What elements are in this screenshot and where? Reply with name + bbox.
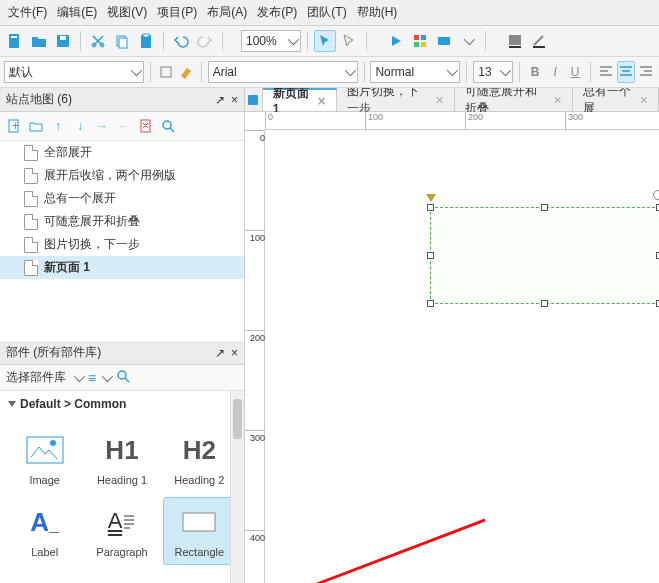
- panel-popout-icon[interactable]: ↗: [215, 346, 225, 360]
- menu-item[interactable]: 布局(A): [203, 2, 251, 23]
- zoom-select[interactable]: 100%: [241, 30, 301, 52]
- undo-icon[interactable]: [170, 30, 192, 52]
- document-tab[interactable]: 总有一个展×: [573, 88, 659, 111]
- widgets-scrollbar[interactable]: [230, 391, 244, 583]
- publish-icon[interactable]: [433, 30, 455, 52]
- menu-item[interactable]: 视图(V): [103, 2, 151, 23]
- sitemap-page-item[interactable]: 全部展开: [0, 141, 244, 164]
- widget-thumb: [175, 504, 223, 540]
- copy-icon[interactable]: [111, 30, 133, 52]
- align-center-icon[interactable]: [617, 61, 635, 83]
- align-left-icon[interactable]: [597, 61, 615, 83]
- line-color-icon[interactable]: [528, 30, 550, 52]
- new-file-icon[interactable]: [4, 30, 26, 52]
- panel-close-icon[interactable]: ×: [231, 346, 238, 360]
- rotate-handle[interactable]: [653, 190, 659, 200]
- widget-rectangle[interactable]: Rectangle: [163, 497, 236, 565]
- tab-close-icon[interactable]: ×: [318, 93, 326, 109]
- indent-icon[interactable]: ←: [114, 116, 134, 136]
- selected-rectangle-shape[interactable]: [430, 207, 659, 304]
- open-folder-icon[interactable]: [28, 30, 50, 52]
- bold-icon[interactable]: B: [526, 61, 544, 83]
- tab-close-icon[interactable]: ×: [640, 92, 648, 108]
- tab-close-icon[interactable]: ×: [436, 92, 444, 108]
- svg-rect-14: [438, 37, 450, 45]
- menu-item[interactable]: 编辑(E): [53, 2, 101, 23]
- document-tab[interactable]: 新页面 1×: [263, 88, 337, 111]
- paste-icon[interactable]: [135, 30, 157, 52]
- menu-item[interactable]: 发布(P): [253, 2, 301, 23]
- sitemap-toolbar: + ↑ ↓ → ←: [0, 112, 244, 141]
- document-tab[interactable]: 可随意展开和折叠×: [455, 88, 573, 111]
- add-page-icon[interactable]: +: [4, 116, 24, 136]
- underline-icon[interactable]: U: [566, 61, 584, 83]
- svg-text:+: +: [12, 119, 19, 133]
- widget-thumb: A: [98, 504, 146, 540]
- share-icon[interactable]: [409, 30, 431, 52]
- cut-icon[interactable]: [87, 30, 109, 52]
- text-color-icon[interactable]: [157, 61, 175, 83]
- lib-menu-icon[interactable]: ≡: [88, 370, 96, 386]
- resize-handle[interactable]: [427, 252, 434, 259]
- font-family-select[interactable]: Arial: [208, 61, 358, 83]
- menu-item[interactable]: 文件(F): [4, 2, 51, 23]
- svg-rect-12: [414, 42, 419, 47]
- widget-label[interactable]: A_Label: [8, 497, 81, 565]
- page-icon: [24, 260, 38, 276]
- select-tool-icon[interactable]: [338, 30, 360, 52]
- menu-item[interactable]: 团队(T): [303, 2, 350, 23]
- sitemap-page-item[interactable]: 新页面 1: [0, 256, 244, 279]
- sitemap-page-item[interactable]: 图片切换，下一步: [0, 233, 244, 256]
- font-size-select[interactable]: 13: [473, 61, 513, 83]
- widget-heading-2[interactable]: H2Heading 2: [163, 425, 236, 493]
- italic-icon[interactable]: I: [546, 61, 564, 83]
- widget-thumb: H1: [98, 432, 146, 468]
- menu-item[interactable]: 项目(P): [153, 2, 201, 23]
- outdent-icon[interactable]: →: [92, 116, 112, 136]
- redo-icon[interactable]: [194, 30, 216, 52]
- more-icon[interactable]: [457, 30, 479, 52]
- lib-menu-dropdown[interactable]: [102, 370, 113, 381]
- panel-close-icon[interactable]: ×: [231, 93, 238, 107]
- preview-icon[interactable]: [385, 30, 407, 52]
- widget-heading-1[interactable]: H1Heading 1: [85, 425, 158, 493]
- search-sitemap-icon[interactable]: [158, 116, 178, 136]
- widget-paragraph[interactable]: AParagraph: [85, 497, 158, 565]
- svg-rect-16: [509, 46, 521, 48]
- move-down-icon[interactable]: ↓: [70, 116, 90, 136]
- pointer-tool-icon[interactable]: [314, 30, 336, 52]
- menu-item[interactable]: 帮助(H): [353, 2, 402, 23]
- widget-image[interactable]: Image: [8, 425, 81, 493]
- tab-close-icon[interactable]: ×: [554, 92, 562, 108]
- lib-breadcrumb[interactable]: Default > Common: [0, 391, 244, 417]
- canvas[interactable]: [265, 130, 659, 583]
- lib-select-dropdown[interactable]: [74, 370, 85, 381]
- anchor-icon: [426, 194, 436, 202]
- sitemap-page-item[interactable]: 展开后收缩，两个用例版: [0, 164, 244, 187]
- move-up-icon[interactable]: ↑: [48, 116, 68, 136]
- font-weight-select[interactable]: Normal: [370, 61, 460, 83]
- panel-popout-icon[interactable]: ↗: [215, 93, 225, 107]
- sitemap-page-item[interactable]: 总有一个展开: [0, 187, 244, 210]
- widget-label: Heading 1: [97, 474, 147, 486]
- align-right-icon[interactable]: [637, 61, 655, 83]
- resize-handle[interactable]: [427, 300, 434, 307]
- tab-add-icon[interactable]: [245, 88, 263, 111]
- highlight-icon[interactable]: [177, 61, 195, 83]
- annotation-arrow: [265, 130, 659, 583]
- add-folder-icon[interactable]: [26, 116, 46, 136]
- delete-page-icon[interactable]: [136, 116, 156, 136]
- search-widgets-icon[interactable]: [116, 369, 130, 386]
- main-toolbar: 100%: [0, 26, 659, 57]
- paragraph-style-select[interactable]: 默认: [4, 61, 144, 83]
- resize-handle[interactable]: [541, 204, 548, 211]
- svg-rect-26: [183, 513, 215, 531]
- sitemap-page-item[interactable]: 可随意展开和折叠: [0, 210, 244, 233]
- document-tab[interactable]: 图片切换，下一步×: [337, 88, 455, 111]
- svg-rect-11: [421, 35, 426, 40]
- fill-color-icon[interactable]: [504, 30, 526, 52]
- svg-rect-1: [11, 36, 17, 38]
- resize-handle[interactable]: [541, 300, 548, 307]
- resize-handle[interactable]: [427, 204, 434, 211]
- save-icon[interactable]: [52, 30, 74, 52]
